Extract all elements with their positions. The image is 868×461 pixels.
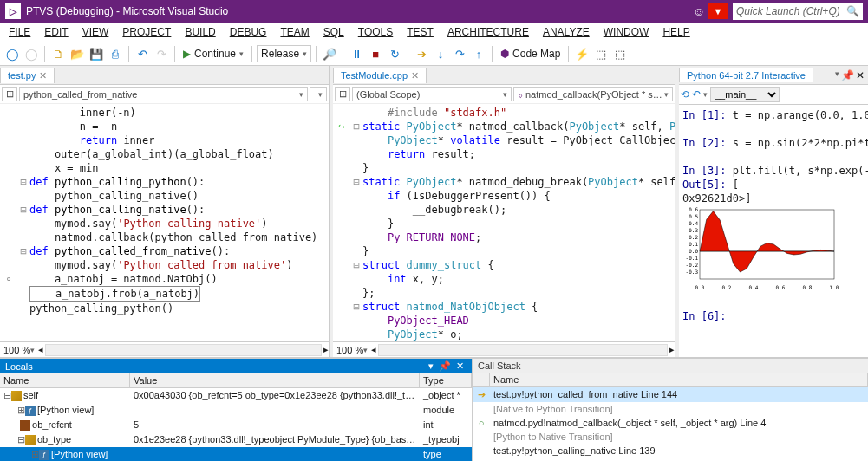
close-icon[interactable]: ✕ bbox=[39, 70, 47, 81]
horizontal-scrollbar[interactable] bbox=[45, 344, 322, 356]
code-editor-left[interactable]: inner(-n) n = -n return inner outer(a_gl… bbox=[0, 104, 329, 341]
continue-button[interactable]: ▶ Continue ▾ bbox=[179, 48, 247, 60]
step-out-icon[interactable]: ↑ bbox=[470, 45, 487, 62]
table-row[interactable]: ○natmod.pyd!natmod_callback(_object * se… bbox=[473, 416, 868, 430]
code-map-button[interactable]: ⬢ Code Map bbox=[497, 48, 564, 60]
menu-team[interactable]: TEAM bbox=[275, 24, 314, 40]
menu-debug[interactable]: DEBUG bbox=[225, 24, 272, 40]
quick-launch-placeholder: Quick Launch (Ctrl+Q) bbox=[736, 5, 840, 17]
code-editor-middle[interactable]: #include "stdafx.h"↪⊟static PyObject* na… bbox=[333, 104, 675, 341]
svg-text:0.1: 0.1 bbox=[689, 241, 698, 247]
menu-project[interactable]: PROJECT bbox=[117, 24, 176, 40]
stop-icon[interactable]: ■ bbox=[367, 45, 384, 62]
interactive-output[interactable]: In [1]: t = np.arange(0.0, 1.01, 0.0 In … bbox=[679, 105, 868, 357]
menu-test[interactable]: TEST bbox=[401, 24, 439, 40]
scope-dropdown[interactable]: (Global Scope)▾ bbox=[352, 87, 512, 101]
table-row[interactable]: ⊟self0x00a43030 {ob_refcnt=5 ob_type=0x1… bbox=[0, 388, 472, 403]
editor-pane-left: test.py ✕ ⊞ python_called_from_native▾ ▾… bbox=[0, 66, 330, 357]
undo-icon[interactable]: ↶ bbox=[134, 45, 151, 62]
svg-text:0.4: 0.4 bbox=[689, 220, 698, 226]
callstack-grid[interactable]: ➔test.py!python_called_from_native Line … bbox=[473, 387, 868, 461]
table-row[interactable]: ➔test.py!python_called_from_native Line … bbox=[473, 387, 868, 402]
new-project-icon[interactable]: 🗋 bbox=[49, 45, 67, 62]
nav-icon[interactable]: ⊞ bbox=[2, 87, 17, 101]
config-dropdown[interactable]: Release ▾ bbox=[257, 45, 311, 62]
scope-dropdown[interactable]: python_called_from_native▾ bbox=[19, 87, 308, 101]
table-row[interactable]: ob_refcnt5int bbox=[0, 418, 472, 432]
callstack-panel: Call Stack Name ➔test.py!python_called_f… bbox=[473, 359, 868, 461]
horizontal-scrollbar[interactable] bbox=[378, 344, 668, 356]
menu-window[interactable]: WINDOW bbox=[598, 24, 655, 40]
feedback-icon[interactable]: ☺ bbox=[693, 4, 705, 18]
step-over-icon[interactable]: ↷ bbox=[451, 45, 468, 62]
svg-text:1.0: 1.0 bbox=[830, 284, 839, 290]
panel-title: Call Stack bbox=[478, 360, 521, 371]
menu-build[interactable]: BUILD bbox=[179, 24, 220, 40]
break-all-icon[interactable]: ⏸ bbox=[348, 45, 365, 62]
nav-icon[interactable]: ⊞ bbox=[335, 87, 350, 101]
col-name[interactable]: Name bbox=[0, 373, 130, 387]
col-type[interactable]: Type bbox=[420, 373, 472, 387]
table-row[interactable]: test.py!python_calling_native Line 139 bbox=[473, 444, 868, 458]
tab-test-py[interactable]: test.py ✕ bbox=[0, 68, 55, 83]
nav-fwd-button[interactable]: ◯ bbox=[23, 45, 40, 62]
table-row[interactable]: test.py!python_calling_python Line 135 bbox=[473, 458, 868, 461]
zoom-level[interactable]: 100 % bbox=[336, 345, 363, 355]
notifications-icon[interactable]: ▼ bbox=[708, 3, 728, 19]
reset-icon[interactable]: ↶ bbox=[692, 88, 701, 101]
module-icon[interactable]: ⟲ bbox=[681, 88, 689, 101]
grid-header: Name Value Type bbox=[0, 373, 472, 388]
col-name[interactable]: Name bbox=[490, 373, 868, 386]
tab-row: TestModule.cpp ✕ bbox=[333, 66, 675, 85]
svg-text:0.0: 0.0 bbox=[689, 248, 698, 254]
restart-icon[interactable]: ↻ bbox=[386, 45, 403, 62]
pin-icon[interactable]: 📌 bbox=[436, 360, 454, 372]
member-dropdown[interactable]: ⬨natmod_callback(PyObject * self, PyOb▾ bbox=[513, 87, 673, 101]
open-file-icon[interactable]: 📂 bbox=[69, 45, 86, 62]
svg-text:-0.2: -0.2 bbox=[686, 262, 699, 268]
table-row[interactable]: [Python to Native Transition] bbox=[473, 430, 868, 444]
breakpoint-icon[interactable]: ⬚ bbox=[611, 45, 629, 62]
locals-grid[interactable]: ⊟self0x00a43030 {ob_refcnt=5 ob_type=0x1… bbox=[0, 388, 472, 461]
nav-bar: ⊞ (Global Scope)▾ ⬨natmod_callback(PyObj… bbox=[333, 85, 675, 104]
thread-icon[interactable]: ⚡ bbox=[573, 45, 591, 62]
pin-icon[interactable]: 📌 bbox=[841, 69, 854, 81]
menu-file[interactable]: FILE bbox=[3, 24, 36, 40]
menu-edit[interactable]: EDIT bbox=[39, 24, 73, 40]
table-row[interactable]: ⊞ƒ[Python view]type bbox=[0, 447, 472, 461]
table-row[interactable]: ⊟ob_type0x1e23ee28 {python33.dll!_typeob… bbox=[0, 432, 472, 447]
tab-row: test.py ✕ bbox=[0, 66, 329, 85]
menu-analyze[interactable]: ANALYZE bbox=[538, 24, 595, 40]
tab-testmodule-cpp[interactable]: TestModule.cpp ✕ bbox=[333, 68, 427, 83]
quick-launch-input[interactable]: Quick Launch (Ctrl+Q) 🔍 bbox=[733, 3, 863, 20]
zoom-level[interactable]: 100 % bbox=[3, 345, 30, 355]
redo-icon[interactable]: ↷ bbox=[153, 45, 170, 62]
scope-select[interactable]: __main__ bbox=[710, 87, 780, 102]
close-icon[interactable]: ✕ bbox=[454, 360, 467, 372]
table-row[interactable]: [Native to Python Transition] bbox=[473, 402, 868, 416]
show-next-icon[interactable]: ➔ bbox=[413, 45, 430, 62]
col-value[interactable]: Value bbox=[130, 373, 420, 387]
find-icon[interactable]: 🔎 bbox=[321, 45, 338, 62]
nav-bar: ⊞ python_called_from_native▾ ▾ bbox=[0, 85, 329, 104]
table-row[interactable]: ⊞ƒ[Python view]module bbox=[0, 403, 472, 418]
menu-help[interactable]: HELP bbox=[657, 24, 695, 40]
dropdown-icon[interactable]: ▾ bbox=[426, 360, 436, 372]
tab-interactive[interactable]: Python 64-bit 2.7 Interactive bbox=[679, 68, 813, 82]
step-into-icon[interactable]: ↓ bbox=[432, 45, 449, 62]
close-icon[interactable]: ✕ bbox=[411, 70, 419, 81]
menu-tools[interactable]: TOOLS bbox=[353, 24, 398, 40]
svg-text:0.5: 0.5 bbox=[689, 213, 698, 219]
menu-sql[interactable]: SQL bbox=[318, 24, 349, 40]
save-icon[interactable]: 💾 bbox=[88, 45, 105, 62]
hex-icon[interactable]: ⬚ bbox=[592, 45, 610, 62]
nav-back-button[interactable]: ◯ bbox=[3, 45, 21, 62]
svg-text:0.3: 0.3 bbox=[689, 227, 698, 233]
save-all-icon[interactable]: ⎙ bbox=[107, 45, 124, 62]
member-dropdown[interactable]: ▾ bbox=[310, 87, 327, 101]
close-icon[interactable]: ✕ bbox=[856, 69, 865, 81]
dropdown-icon[interactable]: ▾ bbox=[835, 69, 839, 81]
menu-architecture[interactable]: ARCHITECTURE bbox=[442, 24, 534, 40]
menu-view[interactable]: VIEW bbox=[77, 24, 114, 40]
svg-text:-0.3: -0.3 bbox=[686, 269, 699, 275]
